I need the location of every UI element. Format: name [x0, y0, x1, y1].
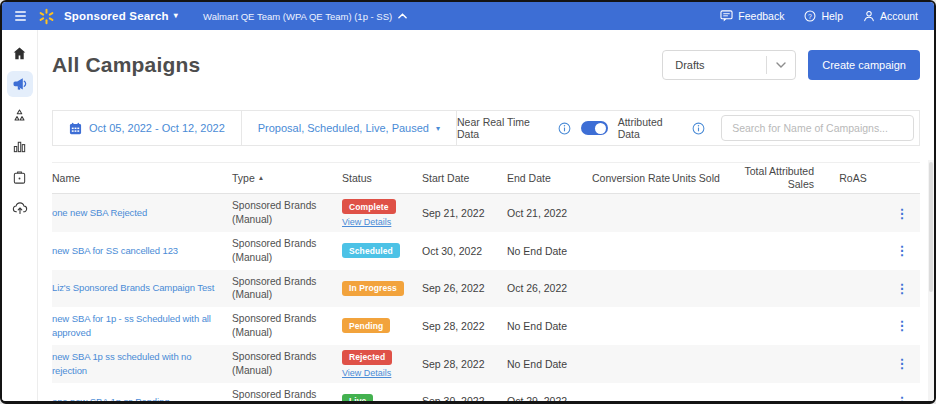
status-filter-dropdown[interactable]: Proposal, Scheduled, Live, Paused ▾: [242, 111, 457, 145]
sidebar-item-campaigns[interactable]: [7, 71, 33, 97]
campaign-name-link[interactable]: new SBA for 1p - ss Scheduled with all a…: [52, 313, 211, 338]
vertical-scrollbar[interactable]: [928, 160, 934, 401]
date-range-picker[interactable]: Oct 05, 2022 - Oct 12, 2022: [53, 111, 242, 145]
sidebar-item-tasks[interactable]: [7, 164, 33, 190]
help-button[interactable]: ? Help: [804, 10, 843, 22]
caret-down-icon: ▾: [436, 124, 440, 133]
date-range-value: Oct 05, 2022 - Oct 12, 2022: [89, 122, 225, 134]
row-actions-kebab-icon[interactable]: ⋮: [892, 239, 920, 262]
cloud-upload-icon: [12, 200, 28, 216]
row-actions-kebab-icon[interactable]: ⋮: [892, 390, 920, 401]
row-actions-kebab-icon[interactable]: ⋮: [892, 202, 920, 225]
roas: [822, 208, 892, 218]
table-row: one new SBA Rejected Sponsored Brands (M…: [52, 194, 920, 232]
row-actions-kebab-icon[interactable]: ⋮: [892, 314, 920, 337]
main-content: All Campaigns Drafts Create campaign: [38, 30, 934, 401]
campaigns-table: Name Type▲ Status Start Date End Date Co…: [52, 162, 920, 401]
sidebar-item-home[interactable]: [7, 40, 33, 66]
hamburger-menu-icon[interactable]: [12, 8, 29, 24]
feedback-button[interactable]: Feedback: [720, 10, 784, 22]
attributed-data-toggle[interactable]: [581, 121, 608, 135]
conversion-rate: [592, 208, 672, 218]
status-badge: Live: [342, 394, 373, 401]
team-selector[interactable]: Walmart QE Team (WPA QE Team) (1p - SS): [203, 11, 407, 22]
column-header-start-date: Start Date: [422, 172, 507, 184]
team-name: Walmart QE Team (WPA QE Team) (1p - SS): [203, 11, 392, 22]
status-badge: Complete: [342, 199, 396, 214]
column-header-conversion-rate: Conversion Rate: [592, 172, 672, 184]
start-date: Sep 30, 2022: [422, 390, 507, 401]
campaign-search-input[interactable]: [721, 115, 914, 141]
start-date: Oct 30, 2022: [422, 240, 507, 262]
page-title: All Campaigns: [52, 53, 200, 77]
units-sold: [672, 359, 737, 369]
drafts-dropdown[interactable]: Drafts: [662, 50, 796, 80]
product-name: Sponsored Search: [64, 10, 169, 22]
campaign-type: Sponsored Brands (Manual): [232, 307, 342, 345]
start-date: Sep 28, 2022: [422, 315, 507, 337]
calendar-icon: [69, 122, 82, 135]
roas: [822, 396, 892, 401]
info-icon[interactable]: [692, 122, 705, 135]
campaign-name-link[interactable]: new SBA for SS cancelled 123: [52, 245, 178, 256]
drafts-dropdown-value: Drafts: [675, 59, 704, 71]
total-attributed-sales: [737, 359, 822, 369]
units-sold: [672, 321, 737, 331]
campaign-name-link[interactable]: one new SBA 1p ss Pending: [52, 396, 169, 401]
info-icon[interactable]: [558, 122, 571, 135]
units-sold: [672, 208, 737, 218]
sidebar-item-upload[interactable]: [7, 195, 33, 221]
end-date: No End Date: [507, 240, 592, 262]
scrollbar-thumb[interactable]: [929, 162, 933, 292]
campaign-type: Sponsored Brands (Manual): [232, 270, 342, 308]
total-attributed-sales: [737, 208, 822, 218]
row-actions-kebab-icon[interactable]: ⋮: [892, 277, 920, 300]
home-icon: [12, 46, 27, 61]
total-attributed-sales: [737, 246, 822, 256]
column-header-units-sold: Units Sold: [672, 172, 737, 184]
walmart-spark-icon: [38, 8, 55, 25]
status-filter-value: Proposal, Scheduled, Live, Paused: [258, 122, 429, 134]
status-badge: Rejected: [342, 350, 392, 365]
view-details-link[interactable]: View Details: [342, 217, 414, 227]
create-campaign-button[interactable]: Create campaign: [808, 50, 920, 80]
toggle-knob: [595, 123, 606, 134]
table-header-row: Name Type▲ Status Start Date End Date Co…: [52, 162, 920, 194]
topbar-right: Feedback ? Help Account: [720, 10, 918, 22]
end-date: Oct 21, 2022: [507, 202, 592, 224]
topbar-left: Sponsored Search ▾ Walmart QE Team (WPA …: [12, 8, 407, 25]
total-attributed-sales: [737, 396, 822, 401]
table-row: new SBA for SS cancelled 123 Sponsored B…: [52, 232, 920, 270]
end-date: No End Date: [507, 315, 592, 337]
view-details-link[interactable]: View Details: [342, 368, 414, 378]
account-label: Account: [880, 10, 918, 22]
app-window: Sponsored Search ▾ Walmart QE Team (WPA …: [0, 0, 936, 404]
conversion-rate: [592, 396, 672, 401]
sidebar-item-reports[interactable]: [7, 133, 33, 159]
campaign-type: Sponsored Brands (Manual): [232, 383, 342, 401]
table-row: new SBA 1p ss scheduled with no rejectio…: [52, 345, 920, 383]
account-button[interactable]: Account: [863, 10, 918, 22]
campaign-name-link[interactable]: new SBA 1p ss scheduled with no rejectio…: [52, 351, 192, 376]
chevron-down-icon: [767, 62, 795, 68]
units-sold: [672, 396, 737, 401]
campaign-name-link[interactable]: one new SBA Rejected: [52, 207, 147, 218]
end-date: Oct 29, 2022: [507, 390, 592, 401]
roas: [822, 246, 892, 256]
column-header-type[interactable]: Type▲: [232, 172, 342, 184]
conversion-rate: [592, 359, 672, 369]
sidebar-item-cycle[interactable]: [7, 102, 33, 128]
chevron-up-icon: [398, 13, 407, 19]
column-header-name: Name: [52, 172, 232, 184]
row-actions-kebab-icon[interactable]: ⋮: [892, 352, 920, 375]
product-switcher[interactable]: Sponsored Search ▾: [64, 10, 178, 22]
campaign-name-link[interactable]: Liz's Sponsored Brands Campaign Test: [52, 282, 214, 293]
bar-chart-icon: [12, 139, 27, 154]
start-date: Sep 21, 2022: [422, 202, 507, 224]
start-date: Sep 26, 2022: [422, 277, 507, 299]
sidebar: [2, 30, 38, 401]
recycle-arrows-icon: [12, 108, 27, 123]
topbar: Sponsored Search ▾ Walmart QE Team (WPA …: [2, 2, 934, 30]
megaphone-icon: [12, 76, 28, 92]
chevron-down-icon: ▾: [174, 12, 178, 20]
